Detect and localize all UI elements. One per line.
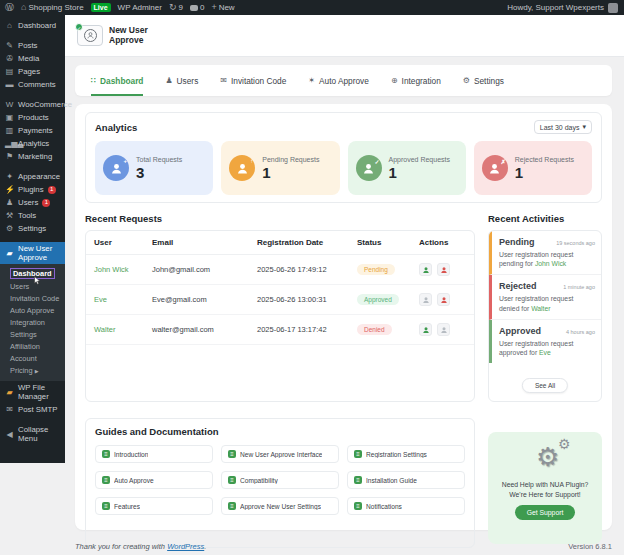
- gear-icon: ⚙: [536, 442, 559, 473]
- recent-activities-panel: Pending 19 seconds ago User registration…: [488, 230, 602, 402]
- logo-check-icon: ✓: [75, 23, 83, 31]
- sidebar-item-collapse-menu[interactable]: ◀Collapse Menu: [0, 423, 65, 445]
- approve-user-icon[interactable]: [419, 323, 432, 336]
- guide-auto-approve[interactable]: ≡Auto Approve: [95, 471, 213, 489]
- howdy-text[interactable]: Howdy, Support Wpexperts: [507, 3, 604, 12]
- tab-auto-approve[interactable]: ✶Auto Approve: [308, 65, 369, 96]
- total-requests-icon: +: [103, 155, 129, 181]
- doc-icon: ≡: [354, 476, 362, 484]
- logo-person-icon: [84, 29, 97, 42]
- sidebar-item-comments[interactable]: ▬Comments: [0, 78, 65, 91]
- plugins-icon: ⚡: [5, 185, 14, 194]
- activity-time: 1 minute ago: [563, 284, 595, 290]
- wordpress-logo-icon[interactable]: Ⓦ: [5, 3, 14, 12]
- products-icon: ▣: [5, 113, 14, 122]
- analytics-section: Analytics Last 30 days ▾ + Total Request…: [85, 112, 602, 203]
- tab-integration[interactable]: ⊕Integration: [391, 65, 441, 96]
- submenu-item-dashboard[interactable]: Dashboard: [0, 266, 65, 280]
- comments-link[interactable]: 0: [190, 3, 204, 12]
- submenu-item-pricing[interactable]: Pricing ▶: [0, 364, 65, 377]
- guide-features[interactable]: ≡Features: [95, 497, 213, 515]
- sidebar-item-woocommerce[interactable]: WWooCommerce: [0, 98, 65, 111]
- guide-approve-settings[interactable]: ≡Approve New User Settings: [221, 497, 339, 515]
- comments-count: 0: [200, 3, 204, 12]
- doc-icon: ≡: [354, 450, 362, 458]
- activity-time: 4 hours ago: [566, 329, 595, 335]
- sidebar-item-post-smtp[interactable]: ✉Post SMTP: [0, 403, 65, 416]
- wp-adminer-link[interactable]: WP Adminer: [118, 3, 162, 12]
- integration-icon: ⊕: [391, 76, 398, 85]
- marketing-icon: ⚑: [5, 152, 14, 161]
- activity-item-rejected: Rejected 1 minute ago User registration …: [489, 275, 601, 319]
- sidebar-item-analytics[interactable]: ▂▅▃Analytics: [0, 137, 65, 150]
- sidebar-item-dashboard[interactable]: ⌂Dashboard: [0, 19, 65, 32]
- deny-user-icon[interactable]: [437, 293, 450, 306]
- footer-thanks: Thank you for creating with WordPress.: [75, 542, 206, 551]
- approve-user-icon[interactable]: [419, 263, 432, 276]
- analytics-icon: ▂▅▃: [5, 139, 14, 148]
- sidebar-item-posts[interactable]: ✎Posts: [0, 39, 65, 52]
- wordpress-link[interactable]: WordPress: [167, 542, 204, 551]
- sidebar-item-products[interactable]: ▣Products: [0, 111, 65, 124]
- doc-icon: ≡: [228, 502, 236, 510]
- card-label: Approved Requests: [389, 156, 450, 163]
- sidebar-item-payments[interactable]: ▥Payments: [0, 124, 65, 137]
- tab-users[interactable]: ♟Users: [165, 65, 198, 96]
- sidebar-item-wp-file-manager[interactable]: ▰WP File Manager: [0, 381, 65, 403]
- sidebar-item-media[interactable]: ✇Media: [0, 52, 65, 65]
- submenu-item-users[interactable]: Users: [0, 280, 65, 292]
- folder-icon: ▰: [5, 388, 14, 397]
- updates-link[interactable]: ↻ 9: [169, 3, 183, 12]
- sidebar-item-settings[interactable]: ⚙Settings: [0, 222, 65, 235]
- sidebar-item-appearance[interactable]: ✦Appearance: [0, 170, 65, 183]
- sidebar-item-users[interactable]: ♟Users1: [0, 196, 65, 209]
- tab-dashboard[interactable]: ∷Dashboard: [91, 65, 143, 96]
- footer: Thank you for creating with WordPress. V…: [75, 542, 612, 551]
- approve-user-icon-disabled: [419, 293, 432, 306]
- deny-user-icon[interactable]: [437, 263, 450, 276]
- sidebar-item-plugins[interactable]: ⚡Plugins1: [0, 183, 65, 196]
- guide-registration-settings[interactable]: ≡Registration Settings: [347, 445, 465, 463]
- user-avatar[interactable]: [608, 3, 618, 13]
- guide-installation[interactable]: ≡Installation Guide: [347, 471, 465, 489]
- tools-icon: ⚒: [5, 211, 14, 220]
- sidebar-item-tools[interactable]: ⚒Tools: [0, 209, 65, 222]
- envelope-icon: ✉: [220, 76, 227, 85]
- comments-icon: ▬: [5, 80, 14, 89]
- support-text: Need Help with NUA Plugin? We're Here fo…: [496, 480, 594, 499]
- settings-icon: ⚙: [5, 224, 14, 233]
- col-actions: Actions: [411, 231, 474, 255]
- date-range-dropdown[interactable]: Last 30 days ▾: [534, 120, 592, 134]
- users-count-badge: 1: [42, 199, 50, 207]
- submenu-item-account[interactable]: Account: [0, 352, 65, 364]
- see-all-button[interactable]: See All: [522, 378, 568, 393]
- guide-compatibility[interactable]: ≡Compatibility: [221, 471, 339, 489]
- user-email: walter@gmail.com: [144, 315, 249, 345]
- site-name-link[interactable]: ⌂ Shopping Store: [21, 3, 84, 12]
- submenu-item-affiliation[interactable]: Affiliation: [0, 340, 65, 352]
- person-icon: ♟: [165, 76, 172, 85]
- new-content-link[interactable]: + New: [211, 3, 234, 12]
- gear-icon: ⚙: [463, 76, 470, 85]
- submenu-item-invitation-code[interactable]: Invitation Code: [0, 292, 65, 304]
- guide-notifications[interactable]: ≡Notifications: [347, 497, 465, 515]
- submenu-item-settings[interactable]: Settings: [0, 328, 65, 340]
- sidebar-item-new-user-approve[interactable]: ▰New User Approve: [0, 242, 65, 264]
- submenu-item-integration[interactable]: Integration: [0, 316, 65, 328]
- dashboard-panel: Analytics Last 30 days ▾ + Total Request…: [75, 104, 612, 530]
- approved-requests-card: ✓ Approved Requests 1: [348, 141, 466, 195]
- submenu-item-auto-approve[interactable]: Auto Approve: [0, 304, 65, 316]
- admin-bar: Ⓦ ⌂ Shopping Store Live WP Adminer ↻ 9 0…: [0, 0, 624, 15]
- media-icon: ✇: [5, 54, 14, 63]
- status-badge: Approved: [357, 294, 399, 305]
- mail-icon: ✉: [5, 405, 14, 414]
- guide-introduction[interactable]: ≡Introduction: [95, 445, 213, 463]
- activity-status: Pending: [499, 237, 535, 247]
- sidebar-item-pages[interactable]: ▤Pages: [0, 65, 65, 78]
- tab-settings[interactable]: ⚙Settings: [463, 65, 504, 96]
- card-label: Pending Requests: [262, 156, 319, 163]
- guide-nua-interface[interactable]: ≡New User Approve Interface: [221, 445, 339, 463]
- get-support-button[interactable]: Get Support: [515, 505, 576, 520]
- sidebar-item-marketing[interactable]: ⚑Marketing: [0, 150, 65, 163]
- tab-invitation-code[interactable]: ✉Invitation Code: [220, 65, 286, 96]
